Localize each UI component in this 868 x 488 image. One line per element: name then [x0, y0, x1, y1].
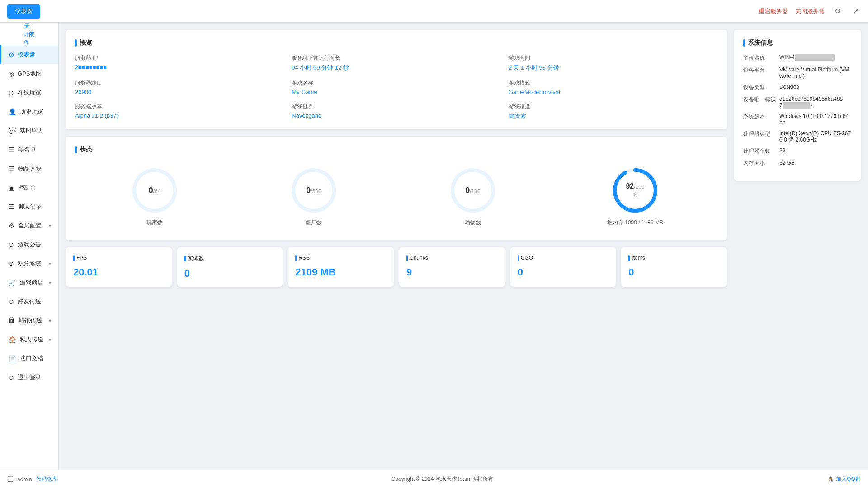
overview-game-name: 游戏名称 My Game	[292, 79, 501, 95]
footer-qq-btn[interactable]: 🐧 加入QQ群	[827, 475, 861, 483]
overview-game-time: 游戏时间 2 天 1 小时 53 分钟	[509, 54, 718, 72]
overview-world: 游戏世界 Navezgane	[292, 103, 501, 120]
api-docs-icon: 📄	[9, 355, 16, 362]
stat-rss-value: 2109 MB	[295, 266, 387, 278]
sidebar-item-label: 积分系统	[18, 260, 41, 268]
online-players-icon: ⊙	[9, 89, 14, 96]
gauge-players: 0/64 玩家数	[130, 166, 179, 227]
logout-icon: ⊙	[9, 374, 14, 381]
sidebar-item-chat-history[interactable]: ☰ 聊天记录	[0, 197, 58, 216]
stat-items-title: Items	[628, 255, 720, 261]
sysinfo-rows: 主机名称WIN-4xxxxxxxx设备平台VMware Virtual Plat…	[743, 54, 852, 167]
sidebar-item-label: 接口文档	[20, 355, 43, 363]
chevron-down-icon: ▾	[49, 337, 51, 342]
sidebar-item-items[interactable]: ☰ 物品方块	[0, 159, 58, 178]
sidebar-item-friend-tp[interactable]: ⊙ 好友传送	[0, 292, 58, 311]
chevron-down-icon: ▾	[49, 261, 51, 266]
overview-uptime: 服务端正常运行时长 04 小时 00 分钟 12 秒	[292, 54, 501, 72]
sidebar-item-online-players[interactable]: ⊙ 在线玩家	[0, 83, 58, 102]
gauge-label-memory: 堆内存 1090 / 1186 MB	[607, 219, 663, 227]
sidebar-item-label: 游戏公告	[18, 241, 41, 249]
overview-game-mode: 游戏模式 GameModeSurvival	[509, 79, 718, 95]
fullscreen-icon[interactable]: ⤢	[850, 6, 861, 17]
gauge-circle-players: 0/64	[130, 166, 179, 215]
overview-difficulty: 游戏难度 冒险家	[509, 103, 718, 120]
stat-cards-row: FPS 20.01 实体数 0 RSS 2109 MB Chunks 9 CGO	[66, 247, 727, 287]
shutdown-server-btn[interactable]: 关闭服务器	[795, 7, 825, 15]
gauge-circle-zombies: 0/500	[289, 166, 339, 215]
stat-card-fps: FPS 20.01	[66, 247, 172, 287]
sysinfo-row: 设备唯一标识d1e26b075198495d6a4887 4	[743, 96, 852, 109]
sidebar-item-global-config[interactable]: ⚙ 全局配置 ▾	[0, 216, 58, 235]
stat-cgo-title: CGO	[518, 255, 609, 261]
sidebar-item-label: 实时聊天	[20, 127, 43, 135]
blacklist-icon: ☰	[9, 146, 14, 153]
dashboard-tab-btn[interactable]: 仪表盘	[7, 4, 40, 19]
points-icon: ⊙	[9, 260, 14, 267]
overview-grid: 服务器 IP 2■■■■■■■■ 服务端正常运行时长 04 小时 00 分钟 1…	[75, 54, 718, 120]
sysinfo-row: 设备平台VMware Virtual Platform (VMware, Inc…	[743, 66, 852, 79]
gauge-circle-animals: 0/100	[448, 166, 498, 215]
stat-fps-value: 20.01	[73, 266, 165, 278]
sidebar-item-api-docs[interactable]: 📄 接口文档	[0, 349, 58, 368]
sidebar-item-label: 历史玩家	[20, 108, 43, 116]
sidebar-item-town-tp[interactable]: 🏛 城镇传送 ▾	[0, 311, 58, 330]
hamburger-icon[interactable]: ☰	[7, 475, 14, 483]
sidebar: 天计依值 ⊙ 仪表盘 ◎ GPS地图 ⊙ 在线玩家 👤 历史玩家 💬 实时聊天 …	[0, 23, 59, 470]
live-chat-icon: 💬	[9, 127, 16, 134]
stat-card-rss: RSS 2109 MB	[288, 247, 394, 287]
sidebar-item-label: 退出登录	[18, 374, 41, 382]
sidebar-item-console[interactable]: ▣ 控制台	[0, 178, 58, 197]
sidebar-item-label: 好友传送	[18, 298, 41, 306]
stat-fps-title: FPS	[73, 255, 165, 261]
sidebar-item-label: 控制台	[18, 184, 36, 192]
sidebar-item-label: 聊天记录	[18, 203, 42, 211]
refresh-icon[interactable]: ↻	[832, 6, 843, 17]
sysinfo-title: 系统信息	[743, 39, 852, 47]
sidebar-item-blacklist[interactable]: ☰ 黑名单	[0, 140, 58, 159]
chat-history-icon: ☰	[9, 203, 14, 210]
stat-card-chunks: Chunks 9	[399, 247, 505, 287]
chevron-down-icon: ▾	[49, 318, 51, 323]
sidebar-item-dashboard[interactable]: ⊙ 仪表盘	[0, 45, 58, 64]
chevron-down-icon: ▾	[49, 223, 51, 228]
sidebar-item-live-chat[interactable]: 💬 实时聊天	[0, 121, 58, 140]
restart-server-btn[interactable]: 重启服务器	[759, 7, 788, 15]
sysinfo-row: 系统版本Windows 10 (10.0.17763) 64bit	[743, 113, 852, 126]
overview-title: 概览	[75, 39, 718, 47]
items-icon: ☰	[9, 165, 14, 172]
sysinfo-row: 处理器个数32	[743, 147, 852, 155]
private-tp-icon: 🏠	[9, 336, 16, 343]
sidebar-item-points[interactable]: ⊙ 积分系统 ▾	[0, 254, 58, 273]
sysinfo-row: 主机名称WIN-4xxxxxxxx	[743, 54, 852, 62]
sidebar-item-label: GPS地图	[18, 70, 42, 78]
shop-icon: 🛒	[9, 279, 16, 286]
sidebar-item-shop[interactable]: 🛒 游戏商店 ▾	[0, 273, 58, 292]
gauge-circle-memory: 92/100 %	[610, 166, 660, 215]
sidebar-item-label: 在线玩家	[18, 89, 41, 97]
sidebar-item-gps[interactable]: ◎ GPS地图	[0, 64, 58, 83]
stat-card-cgo: CGO 0	[510, 247, 616, 287]
overview-port: 服务器端口 26900	[75, 79, 284, 95]
dashboard-icon: ⊙	[9, 51, 14, 58]
stat-card-entities: 实体数 0	[177, 247, 283, 287]
status-card: 状态 0/64 玩家数	[66, 137, 727, 240]
sidebar-item-label: 全局配置	[18, 222, 42, 230]
sidebar-item-history-players[interactable]: 👤 历史玩家	[0, 102, 58, 121]
gauge-label-zombies: 僵尸数	[306, 219, 322, 227]
friend-tp-icon: ⊙	[9, 298, 14, 305]
sidebar-item-label: 物品方块	[18, 165, 42, 173]
stat-entities-value: 0	[184, 268, 276, 280]
qq-icon: 🐧	[827, 476, 834, 483]
announcements-icon: ⊙	[9, 241, 14, 248]
stat-entities-title: 实体数	[184, 255, 276, 262]
sidebar-item-label: 城镇传送	[19, 317, 42, 325]
sidebar-item-private-tp[interactable]: 🏠 私人传送 ▾	[0, 330, 58, 349]
chevron-down-icon: ▾	[49, 280, 51, 285]
sidebar-item-logout[interactable]: ⊙ 退出登录	[0, 368, 58, 387]
footer-code-repo[interactable]: 代码仓库	[36, 475, 57, 483]
sidebar-item-announcements[interactable]: ⊙ 游戏公告	[0, 235, 58, 254]
gauge-zombies: 0/500 僵尸数	[289, 166, 339, 227]
overview-server-ip: 服务器 IP 2■■■■■■■■	[75, 54, 284, 72]
stat-items-value: 0	[628, 266, 720, 278]
